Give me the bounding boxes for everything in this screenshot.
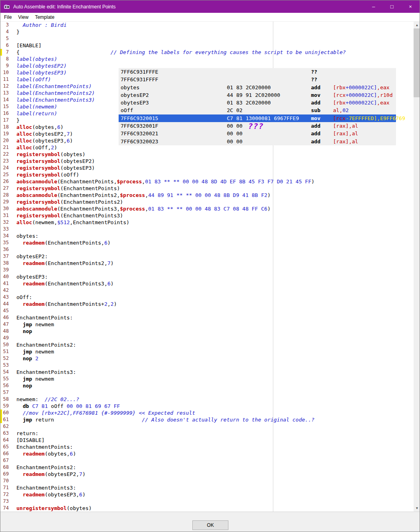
- code-line-54[interactable]: 54EnchantmentPoints3:: [0, 369, 420, 375]
- code-line-56[interactable]: 56 nop: [0, 382, 420, 389]
- code-line-63[interactable]: 63return:: [0, 430, 420, 437]
- disasm-bytes: 2C 02: [227, 106, 242, 114]
- scrollbar-down-arrow-icon[interactable]: ▼: [414, 505, 420, 512]
- code-line-68[interactable]: 68EnchantmentPoints2:: [0, 464, 420, 471]
- close-button[interactable]: ×: [401, 0, 420, 13]
- code-segment: ): [267, 206, 271, 212]
- line-number: 62: [2, 423, 9, 430]
- line-number: 17: [2, 117, 9, 124]
- code-line-25[interactable]: 25registersymbol(oOff): [0, 171, 420, 178]
- code-line-69[interactable]: 69 readmem(obytesEP2,7): [0, 471, 420, 478]
- code-line-23[interactable]: 23registersymbol(obytesEP2): [0, 158, 420, 165]
- code-line-33[interactable]: 33: [0, 226, 420, 233]
- line-text: jmp newmem: [16, 321, 54, 328]
- code-line-24[interactable]: 24registersymbol(obytesEP3): [0, 165, 420, 171]
- code-line-42[interactable]: 42: [0, 287, 420, 294]
- code-line-31[interactable]: 31registersymbol(EnchantmentPoints3): [0, 212, 420, 219]
- operand-segment: [rax],al: [333, 130, 358, 137]
- disassembly-row: oOff2C 02subal,02: [119, 106, 396, 114]
- code-segment: label(oOff): [16, 76, 51, 82]
- code-line-34[interactable]: 34obytes:: [0, 233, 420, 239]
- maximize-button[interactable]: □: [383, 0, 401, 13]
- code-line-22[interactable]: 22registersymbol(obytes): [0, 151, 420, 158]
- code-line-62[interactable]: 62: [0, 423, 420, 430]
- code-line-49[interactable]: 49: [0, 335, 420, 341]
- code-line-37[interactable]: 37obytesEP2:: [0, 253, 420, 260]
- vertical-scrollbar[interactable]: ▲ ▼: [414, 22, 420, 512]
- code-segment: ,: [145, 192, 148, 198]
- scrollbar-thumb[interactable]: [414, 28, 420, 97]
- code-line-52[interactable]: 52 nop 2: [0, 355, 420, 362]
- code-line-4[interactable]: 4}: [0, 28, 420, 35]
- code-line-60[interactable]: 60 //mov [rbx+22C],FF676981 {#-9999999} …: [0, 410, 420, 416]
- code-line-59[interactable]: 59 db C7 81 oOff 00 00 81 69 67 FF: [0, 403, 420, 410]
- code-line-6[interactable]: 6[ENABLE]: [0, 42, 420, 49]
- code-line-26[interactable]: 26aobscanmodule(EnchantmentPoints,$proce…: [0, 178, 420, 185]
- code-line-66[interactable]: 66 readmem(obytes,6): [0, 450, 420, 457]
- code-line-28[interactable]: 28aobscanmodule(EnchantmentPoints2,$proc…: [0, 192, 420, 199]
- menu-view[interactable]: View: [15, 13, 32, 22]
- code-line-3[interactable]: 3 Author : Birdi: [0, 22, 420, 28]
- operand-segment: ,eax: [377, 84, 390, 90]
- code-line-8[interactable]: 8label(obytes): [0, 56, 420, 62]
- code-line-47[interactable]: 47 jmp newmem: [0, 321, 420, 328]
- code-line-45[interactable]: 45: [0, 307, 420, 314]
- code-line-70[interactable]: 70: [0, 478, 420, 484]
- code-line-7[interactable]: 7{ // Defining the labels for everything…: [0, 49, 420, 56]
- code-line-44[interactable]: 44 readmem(EnchantmentPoints+2,2): [0, 301, 420, 307]
- code-line-40[interactable]: 40obytesEP3:: [0, 273, 420, 280]
- code-line-29[interactable]: 29registersymbol(EnchantmentPoints2): [0, 199, 420, 205]
- code-segment: }: [16, 29, 20, 35]
- code-segment: oOff:: [16, 294, 32, 300]
- code-line-32[interactable]: 32alloc(newmem,$512,EnchantmentPoints): [0, 219, 420, 226]
- code-segment: [16, 403, 23, 409]
- code-line-64[interactable]: 64[DISABLE]: [0, 437, 420, 444]
- script-editor[interactable]: 3 Author : Birdi4}56[ENABLE]7{ // Defini…: [0, 22, 420, 512]
- code-line-48[interactable]: 48 nop: [0, 328, 420, 335]
- code-line-41[interactable]: 41 readmem(EnchantmentPoints3,6): [0, 280, 420, 287]
- code-segment: (EnchantmentPoints2,: [44, 260, 107, 266]
- ok-button[interactable]: OK: [192, 520, 228, 530]
- code-line-27[interactable]: 27registersymbol(EnchantmentPoints): [0, 185, 420, 192]
- line-text: alloc(oOff,2): [16, 144, 57, 151]
- code-line-36[interactable]: 36: [0, 246, 420, 253]
- code-segment: (newmem,: [32, 219, 57, 225]
- code-line-58[interactable]: 58newmem: //2C 02...?: [0, 396, 420, 403]
- code-line-30[interactable]: 30aobscanmodule(EnchantmentPoints3,$proc…: [0, 205, 420, 212]
- disasm-operands: [rbx+0000022C],eax: [333, 99, 390, 106]
- line-text: label(EnchantmentPoints2): [16, 90, 95, 96]
- line-number: 43: [2, 294, 9, 301]
- line-number: 60: [2, 410, 9, 416]
- auto-assemble-window: Auto Assemble edit: Infinite Enchantment…: [0, 0, 420, 532]
- line-number: 14: [2, 96, 9, 103]
- code-line-35[interactable]: 35 readmem(EnchantmentPoints,6): [0, 239, 420, 246]
- code-line-71[interactable]: 71EnchantmentPoints3:: [0, 484, 420, 491]
- code-line-50[interactable]: 50EnchantmentPoints2:: [0, 341, 420, 348]
- menu-template[interactable]: Template: [32, 13, 58, 22]
- code-line-38[interactable]: 38 readmem(EnchantmentPoints2,7): [0, 260, 420, 267]
- code-line-74[interactable]: 74unregistersymbol(obytes): [0, 505, 420, 512]
- code-line-65[interactable]: 65EnchantmentPoints:: [0, 444, 420, 450]
- code-line-57[interactable]: 57: [0, 389, 420, 396]
- code-segment: [16, 471, 23, 477]
- scrollbar-up-arrow-icon[interactable]: ▲: [414, 22, 420, 28]
- code-line-55[interactable]: 55 jmp newmem: [0, 375, 420, 382]
- line-number: 19: [2, 130, 9, 137]
- code-line-5[interactable]: 5: [0, 35, 420, 42]
- code-line-73[interactable]: 73: [0, 498, 420, 505]
- menu-file[interactable]: File: [0, 13, 15, 22]
- code-line-43[interactable]: 43oOff:: [0, 294, 420, 301]
- code-segment: readmem: [23, 451, 45, 457]
- disasm-address: 7FF6C9320021: [121, 130, 158, 137]
- code-segment: 6: [70, 451, 73, 457]
- code-line-67[interactable]: 67: [0, 457, 420, 464]
- code-line-61[interactable]: 61 jmp return // Also doesn't actually r…: [0, 416, 420, 423]
- code-line-53[interactable]: 53: [0, 362, 420, 369]
- operand-segment: -7EFFFFED],E9FF6769: [345, 115, 405, 121]
- disasm-bytes: 01 83 2C020000: [227, 99, 271, 106]
- code-line-39[interactable]: 39: [0, 267, 420, 273]
- code-line-51[interactable]: 51 jmp newmem: [0, 348, 420, 355]
- code-line-72[interactable]: 72 readmem(obytesEP3,6): [0, 491, 420, 498]
- minimize-button[interactable]: –: [364, 0, 383, 13]
- code-line-46[interactable]: 46EnchantmentPoints:: [0, 314, 420, 321]
